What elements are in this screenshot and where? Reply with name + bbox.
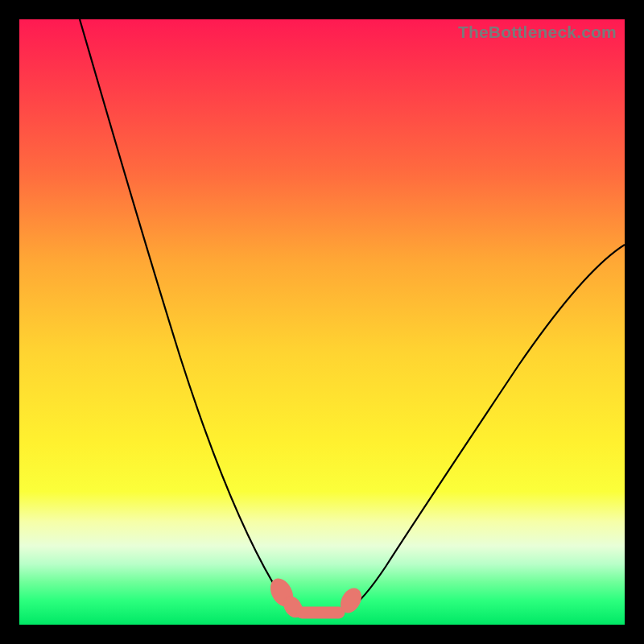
- left-curve: [80, 19, 295, 609]
- chart-frame: TheBottleneck.com: [0, 0, 644, 644]
- blob-mid: [296, 607, 345, 618]
- right-curve: [349, 245, 625, 609]
- plot-area: TheBottleneck.com: [19, 19, 625, 625]
- curve-layer: [19, 19, 625, 625]
